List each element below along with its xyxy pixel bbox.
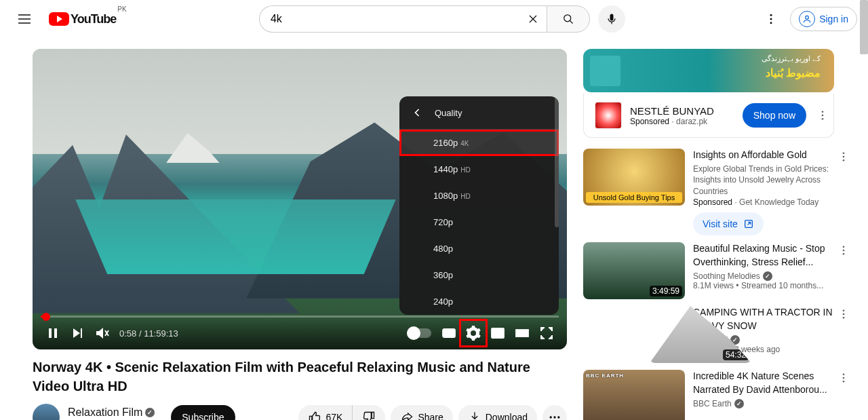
svg-point-20 — [843, 152, 845, 154]
promo-banner[interactable]: کے اوریو بہترزندگی مضبوط بُنیاد — [583, 49, 834, 92]
quality-scrollbar[interactable] — [555, 96, 559, 227]
side-channel[interactable]: Soothing Melodies — [693, 271, 835, 281]
sidebar-item: BBC EARTHIncredible 4K Nature Scenes Nar… — [583, 370, 849, 420]
quality-option-2160p[interactable]: 2160p4K — [399, 130, 559, 156]
side-thumbnail[interactable]: BBC EARTH — [583, 370, 685, 420]
captions-button[interactable] — [437, 321, 461, 345]
svg-point-27 — [843, 313, 845, 316]
header-left: YouTube PK — [11, 5, 127, 33]
promo-meta: Sponsored · daraz.pk — [630, 117, 734, 126]
side-sponsored: Sponsored · Get Knowledge Today — [693, 197, 835, 207]
miniplayer-button[interactable] — [486, 321, 510, 345]
fullscreen-button[interactable] — [534, 321, 559, 345]
share-button[interactable]: Share — [391, 405, 452, 420]
logo-text: YouTube — [71, 12, 116, 26]
banner-text-1: کے اوریو بہترزندگی — [762, 54, 821, 63]
mute-button[interactable] — [90, 321, 114, 345]
quality-option-240p[interactable]: 240p — [399, 288, 559, 315]
country-code: PK — [117, 5, 126, 13]
svg-rect-6 — [49, 328, 52, 338]
search-input[interactable] — [259, 5, 519, 33]
side-info: Incredible 4K Nature Scenes Narrated By … — [693, 370, 849, 420]
next-button[interactable] — [65, 321, 90, 345]
side-channel[interactable]: BBC Earth — [693, 399, 835, 408]
video-player[interactable]: Quality 2160p4K1440pHD1080pHD720p480p360… — [33, 49, 567, 349]
promo-info: NESTLÉ BUNYAD Sponsored · daraz.pk — [630, 105, 734, 126]
side-more-button[interactable] — [835, 306, 852, 322]
side-thumbnail[interactable]: Unsold Gold Buying Tips — [583, 149, 685, 206]
channel-name[interactable]: Relaxation Film — [68, 406, 155, 419]
svg-point-2 — [770, 14, 772, 16]
pause-button[interactable] — [41, 321, 65, 345]
shop-now-button[interactable]: Shop now — [743, 103, 806, 128]
like-button[interactable]: 67K — [298, 405, 353, 420]
settings-menu-button[interactable] — [757, 5, 785, 33]
header: YouTube PK Sign in — [0, 0, 868, 38]
side-more-button[interactable] — [835, 149, 852, 165]
more-actions-button[interactable] — [542, 405, 567, 420]
svg-point-0 — [564, 15, 571, 22]
svg-point-31 — [843, 381, 845, 383]
quality-option-480p[interactable]: 480p — [399, 235, 559, 262]
content: Quality 2160p4K1440pHD1080pHD720p480p360… — [0, 38, 868, 420]
sidebar-item: Unsold Gold Buying TipsInsights on Affor… — [583, 149, 849, 235]
side-title[interactable]: Insights on Affordable Gold — [693, 149, 835, 162]
hamburger-menu[interactable] — [11, 5, 38, 33]
settings-button[interactable] — [461, 321, 486, 345]
svg-rect-1 — [610, 14, 613, 21]
svg-point-4 — [770, 22, 772, 24]
quality-menu: Quality 2160p4K1440pHD1080pHD720p480p360… — [399, 96, 559, 315]
quality-option-1080p[interactable]: 1080pHD — [399, 183, 559, 209]
player-controls: 0:58 / 11:59:13 — [33, 317, 567, 349]
verified-icon — [763, 271, 772, 281]
quality-option-1440p[interactable]: 1440pHD — [399, 156, 559, 183]
search-button[interactable] — [547, 5, 590, 33]
svg-point-26 — [843, 309, 845, 311]
svg-rect-7 — [54, 328, 57, 338]
svg-point-16 — [822, 111, 824, 113]
page-scrollbar[interactable] — [860, 0, 868, 54]
channel-avatar[interactable] — [33, 404, 60, 420]
svg-point-30 — [843, 377, 845, 379]
header-center — [259, 5, 625, 33]
sidebar-item: 54:32CAMPING WITH A TRACTOR IN HEAVY SNO… — [583, 306, 849, 363]
svg-point-5 — [806, 16, 809, 19]
voice-search-button[interactable] — [598, 5, 625, 33]
play-icon — [49, 12, 69, 26]
theater-button[interactable] — [510, 321, 534, 345]
side-more-button[interactable] — [835, 370, 852, 386]
svg-rect-12 — [516, 330, 528, 337]
promo-thumb[interactable] — [595, 102, 622, 129]
dislike-button[interactable] — [353, 405, 385, 420]
time-display: 0:58 / 11:59:13 — [119, 328, 178, 339]
side-title[interactable]: Beautiful Relaxing Music - Stop Overthin… — [693, 242, 835, 269]
side-thumbnail[interactable]: 3:49:59 — [583, 242, 685, 299]
video-title: Norway 4K • Scenic Relaxation Film with … — [33, 358, 567, 396]
download-button[interactable]: Download — [458, 405, 537, 420]
svg-point-14 — [553, 416, 555, 418]
verified-icon — [145, 408, 155, 417]
svg-point-22 — [843, 159, 845, 161]
side-more-button[interactable] — [835, 242, 852, 259]
quality-option-360p[interactable]: 360p — [399, 262, 559, 288]
svg-point-28 — [843, 317, 845, 319]
visit-site-button[interactable]: Visit site — [693, 212, 764, 235]
subscribe-button[interactable]: Subscribe — [171, 405, 235, 420]
video-meta-row: Relaxation Film 680K subscribers Subscri… — [33, 404, 567, 420]
youtube-logo[interactable]: YouTube PK — [49, 12, 127, 26]
quality-menu-back[interactable]: Quality — [399, 96, 559, 130]
promo-card: NESTLÉ BUNYAD Sponsored · daraz.pk Shop … — [583, 94, 834, 138]
quality-option-720p[interactable]: 720p — [399, 209, 559, 235]
verified-icon — [734, 399, 744, 408]
svg-point-17 — [822, 115, 824, 117]
svg-point-23 — [843, 246, 845, 248]
svg-rect-8 — [81, 328, 82, 338]
autoplay-toggle[interactable] — [407, 328, 431, 338]
promo-title[interactable]: NESTLÉ BUNYAD — [630, 105, 734, 117]
thumb-duration: 3:49:59 — [650, 286, 682, 297]
side-title[interactable]: Incredible 4K Nature Scenes Narrated By … — [693, 370, 835, 396]
signin-button[interactable]: Sign in — [790, 7, 857, 31]
clear-search-button[interactable] — [519, 5, 547, 33]
sidebar-item: 3:49:59Beautiful Relaxing Music - Stop O… — [583, 242, 849, 299]
promo-more-button[interactable] — [814, 107, 831, 123]
